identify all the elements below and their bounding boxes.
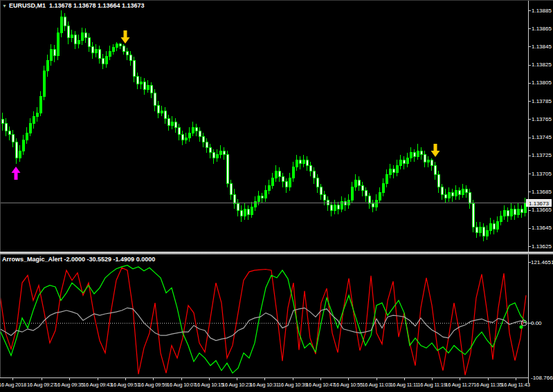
bear-candle: [469, 193, 471, 204]
time-axis-label: 16 Aug 11:11: [390, 382, 419, 388]
symbol-dropdown-icon[interactable]: ▼: [2, 3, 7, 8]
buy-signal-arrow-icon: [12, 167, 21, 180]
time-axis-label: 16 Aug 09:27: [27, 382, 56, 388]
bull-candle: [455, 191, 457, 196]
bear-candle: [150, 86, 152, 93]
bear-candle: [337, 205, 339, 209]
bull-candle: [216, 155, 218, 158]
indicator-title: Arrows_Magic_Alert -2.0000 -30.5529 -1.4…: [2, 256, 155, 263]
price-axis-label: 1.13625: [532, 243, 552, 250]
bull-candle: [71, 35, 73, 37]
bull-candle: [275, 171, 277, 178]
bear-candle: [209, 147, 211, 153]
indicator-axis-max-label: 121.4651: [531, 259, 553, 265]
bear-candle: [372, 203, 374, 207]
bear-candle: [282, 176, 284, 182]
bull-candle: [517, 209, 519, 214]
bear-candle: [430, 160, 433, 165]
bear-candle: [102, 59, 104, 64]
time-axis-label: 16 Aug 10:15: [194, 382, 224, 388]
bull-candle: [188, 133, 190, 138]
sell-signal-arrow-icon: [121, 30, 130, 44]
bull-candle: [296, 160, 298, 167]
symbol-period-label: EURUSD,M1: [9, 2, 46, 9]
price-axis-label: 1.13685: [532, 189, 552, 195]
bull-candle: [500, 216, 502, 222]
bear-candle: [84, 33, 87, 38]
bull-candle: [389, 169, 391, 175]
price-axis-label: 1.13765: [532, 116, 552, 122]
bull-candle: [109, 51, 111, 57]
bear-candle: [309, 165, 311, 171]
bull-candle: [479, 227, 481, 232]
bear-candle: [230, 184, 232, 195]
bear-candle: [434, 165, 436, 174]
price-axis-label: 1.13665: [532, 207, 552, 213]
time-axis-label: 16 Aug 10:31: [250, 382, 279, 388]
time-axis-label: 16 Aug 11:19: [417, 382, 446, 388]
bull-candle: [95, 49, 97, 53]
time-axis-label: 16 Aug 10:23: [222, 382, 251, 388]
bull-candle: [116, 44, 118, 48]
bull-candle: [57, 33, 59, 56]
bear-candle: [202, 136, 204, 142]
bull-candle: [354, 180, 356, 187]
bull-candle: [302, 160, 305, 163]
bull-candle: [375, 200, 377, 207]
bear-candle: [119, 44, 121, 46]
bear-candle: [247, 209, 249, 214]
bull-candle: [26, 133, 28, 140]
bull-candle: [448, 193, 450, 198]
bull-candle: [427, 160, 429, 162]
bear-candle: [53, 49, 55, 55]
time-axis-label: 16 Aug 09:59: [138, 382, 167, 388]
bull-candle: [147, 86, 149, 89]
bull-candle: [396, 165, 398, 172]
bull-candle: [268, 185, 270, 191]
time-axis-label: 16 Aug 10:39: [278, 382, 307, 388]
bear-candle: [123, 46, 125, 51]
bull-candle: [406, 158, 408, 164]
bear-candle: [313, 171, 315, 178]
time-axis-label: 16 Aug 2018: [0, 382, 26, 388]
bull-candle: [510, 209, 512, 216]
time-axis-label: 16 Aug 10:07: [167, 382, 196, 388]
bear-candle: [240, 211, 242, 216]
bear-candle: [233, 194, 235, 203]
bear-candle: [320, 187, 322, 194]
indicator-red-line: [0, 268, 526, 375]
bull-candle: [334, 205, 336, 211]
time-axis-label: 16 Aug 11:27: [445, 382, 473, 388]
bear-candle: [475, 227, 478, 232]
bear-candle: [167, 118, 170, 125]
panel-resize-separator[interactable]: [0, 252, 553, 254]
bull-candle: [29, 124, 31, 133]
bull-candle: [33, 116, 35, 123]
bear-candle: [316, 178, 318, 187]
bull-candle: [219, 151, 221, 154]
bull-candle: [185, 138, 187, 140]
bear-candle: [330, 205, 332, 211]
bear-candle: [157, 106, 159, 113]
bear-candle: [212, 153, 215, 158]
bear-candle: [507, 211, 509, 216]
bull-candle: [50, 49, 52, 60]
time-axis-label: 16 Aug 10:47: [306, 382, 335, 388]
bull-candle: [140, 82, 142, 84]
bear-candle: [285, 182, 287, 187]
bear-candle: [181, 135, 183, 140]
indicator-gray-line: [0, 308, 526, 340]
bull-candle: [39, 97, 42, 113]
time-axis-label: 16 Aug 11:03: [362, 382, 390, 388]
bear-candle: [8, 131, 10, 134]
bear-candle: [133, 60, 135, 77]
indicator-name-label: Arrows_Magic_Alert: [2, 256, 62, 263]
bull-candle: [462, 189, 464, 194]
bear-candle: [344, 202, 346, 205]
chart-canvas[interactable]: [0, 1, 553, 392]
window-left-edge: [0, 1, 1, 377]
bear-candle: [74, 35, 76, 44]
price-axis-label: 1.13825: [532, 62, 552, 68]
price-axis-label: 1.13745: [532, 134, 552, 140]
bear-candle: [323, 194, 325, 200]
